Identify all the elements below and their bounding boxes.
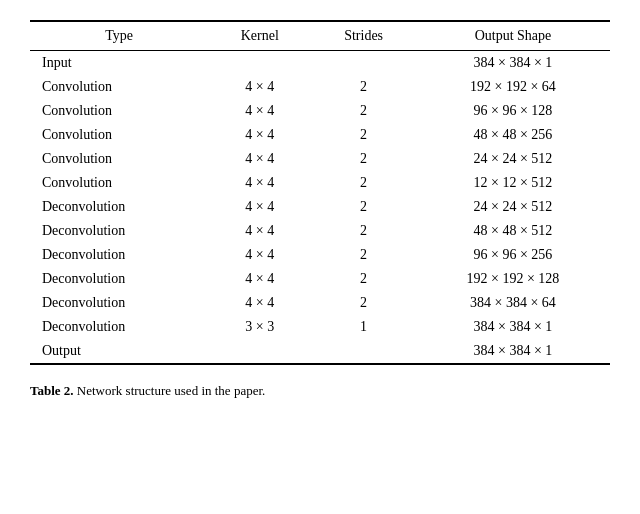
cell-type: Convolution [30, 171, 208, 195]
cell-type: Input [30, 51, 208, 76]
cell-strides [311, 339, 416, 364]
table-caption: Table 2. Network structure used in the p… [30, 381, 610, 401]
table-row: Deconvolution4 × 4296 × 96 × 256 [30, 243, 610, 267]
table-header-row: Type Kernel Strides Output Shape [30, 21, 610, 51]
table-row: Deconvolution4 × 4224 × 24 × 512 [30, 195, 610, 219]
cell-kernel: 3 × 3 [208, 315, 311, 339]
cell-kernel: 4 × 4 [208, 99, 311, 123]
table-row: Output384 × 384 × 1 [30, 339, 610, 364]
cell-strides: 2 [311, 171, 416, 195]
cell-strides: 2 [311, 291, 416, 315]
cell-output: 384 × 384 × 1 [416, 339, 610, 364]
cell-strides: 1 [311, 315, 416, 339]
col-header-type: Type [30, 21, 208, 51]
cell-output: 48 × 48 × 512 [416, 219, 610, 243]
cell-output: 384 × 384 × 1 [416, 51, 610, 76]
cell-type: Deconvolution [30, 291, 208, 315]
cell-output: 384 × 384 × 64 [416, 291, 610, 315]
caption-text: Network structure used in the paper. [77, 383, 265, 398]
table-row: Convolution4 × 4224 × 24 × 512 [30, 147, 610, 171]
cell-output: 192 × 192 × 128 [416, 267, 610, 291]
table-row: Convolution4 × 4212 × 12 × 512 [30, 171, 610, 195]
cell-strides: 2 [311, 75, 416, 99]
cell-output: 192 × 192 × 64 [416, 75, 610, 99]
cell-output: 24 × 24 × 512 [416, 147, 610, 171]
cell-strides: 2 [311, 99, 416, 123]
table-container: Type Kernel Strides Output Shape Input38… [30, 20, 610, 401]
cell-type: Deconvolution [30, 195, 208, 219]
cell-kernel: 4 × 4 [208, 291, 311, 315]
cell-output: 96 × 96 × 128 [416, 99, 610, 123]
cell-kernel: 4 × 4 [208, 243, 311, 267]
table-row: Convolution4 × 4248 × 48 × 256 [30, 123, 610, 147]
table-row: Deconvolution4 × 42192 × 192 × 128 [30, 267, 610, 291]
cell-type: Convolution [30, 75, 208, 99]
cell-output: 12 × 12 × 512 [416, 171, 610, 195]
col-header-strides: Strides [311, 21, 416, 51]
cell-strides: 2 [311, 123, 416, 147]
cell-output: 48 × 48 × 256 [416, 123, 610, 147]
table-row: Input384 × 384 × 1 [30, 51, 610, 76]
cell-type: Convolution [30, 147, 208, 171]
cell-output: 384 × 384 × 1 [416, 315, 610, 339]
col-header-output: Output Shape [416, 21, 610, 51]
cell-strides: 2 [311, 195, 416, 219]
cell-strides [311, 51, 416, 76]
cell-kernel: 4 × 4 [208, 75, 311, 99]
table-row: Convolution4 × 42192 × 192 × 64 [30, 75, 610, 99]
cell-output: 96 × 96 × 256 [416, 243, 610, 267]
table-row: Convolution4 × 4296 × 96 × 128 [30, 99, 610, 123]
cell-type: Deconvolution [30, 315, 208, 339]
cell-strides: 2 [311, 267, 416, 291]
cell-strides: 2 [311, 219, 416, 243]
cell-type: Output [30, 339, 208, 364]
cell-kernel: 4 × 4 [208, 267, 311, 291]
table-row: Deconvolution3 × 31384 × 384 × 1 [30, 315, 610, 339]
cell-strides: 2 [311, 243, 416, 267]
cell-kernel: 4 × 4 [208, 171, 311, 195]
cell-type: Deconvolution [30, 219, 208, 243]
cell-type: Deconvolution [30, 267, 208, 291]
cell-kernel: 4 × 4 [208, 219, 311, 243]
cell-output: 24 × 24 × 512 [416, 195, 610, 219]
col-header-kernel: Kernel [208, 21, 311, 51]
cell-type: Convolution [30, 123, 208, 147]
cell-kernel: 4 × 4 [208, 195, 311, 219]
table-row: Deconvolution4 × 42384 × 384 × 64 [30, 291, 610, 315]
cell-kernel [208, 51, 311, 76]
cell-kernel [208, 339, 311, 364]
network-table: Type Kernel Strides Output Shape Input38… [30, 20, 610, 365]
cell-type: Deconvolution [30, 243, 208, 267]
caption-label: Table 2. [30, 383, 74, 398]
cell-strides: 2 [311, 147, 416, 171]
cell-kernel: 4 × 4 [208, 147, 311, 171]
cell-type: Convolution [30, 99, 208, 123]
cell-kernel: 4 × 4 [208, 123, 311, 147]
table-row: Deconvolution4 × 4248 × 48 × 512 [30, 219, 610, 243]
